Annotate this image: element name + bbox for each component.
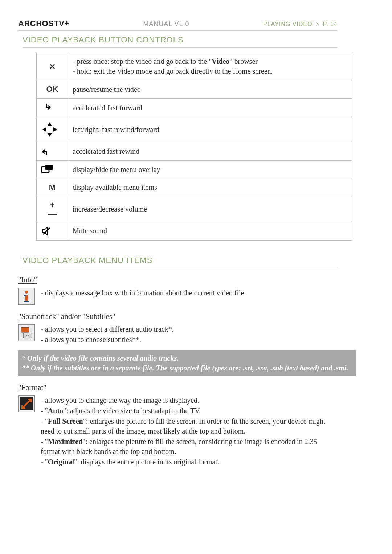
menu-item-soundtrack: ab - allows you to select a different au… [18, 324, 338, 345]
menu-item-format-text: - allows you to change the way the image… [41, 395, 338, 468]
footnote-line1: * Only if the video file contains severa… [22, 353, 352, 363]
format-icon [18, 395, 35, 412]
brand-name: ARCHOS [18, 19, 54, 28]
svg-marker-3 [53, 127, 57, 132]
control-description: - press once: stop the video and go back… [68, 53, 352, 80]
breadcrumb-page: P. 14 [323, 21, 338, 27]
format-auto-text: : adjusts the video size to best adapt t… [66, 407, 201, 415]
format-full: - "Full Screen": enlarges the picture to… [41, 416, 338, 436]
format-auto: - "Auto": adjusts the video size to best… [41, 406, 338, 416]
dpad-icon [37, 117, 68, 142]
format-orig-label: Original [48, 458, 74, 466]
volume-plus-minus-icon: +— [37, 197, 68, 222]
close-x-icon: ✕ [37, 53, 68, 80]
menu-item-format-title: "Format" [18, 382, 338, 393]
fast-rewind-accel-icon [37, 142, 68, 161]
format-full-text: : enlarges the picture to fill the scree… [41, 417, 325, 435]
control-description: left/right: fast rewind/forward [68, 117, 352, 142]
controls-table: ✕- press once: stop the video and go bac… [36, 53, 352, 240]
format-orig: - "Original": displays the entire pictur… [41, 457, 338, 467]
svg-rect-5 [45, 165, 53, 170]
table-row: accelerated fast rewind [37, 142, 352, 161]
format-line1: - allows you to change the way the image… [41, 395, 338, 405]
menu-item-info: - displays a message box with informatio… [18, 287, 338, 305]
brand-suffix: TV+ [54, 19, 69, 28]
soundtrack-line2: - allows you to choose subtitles**. [41, 335, 338, 345]
section-title-controls: VIDEO PLAYBACK BUTTON CONTROLS [23, 34, 338, 48]
svg-line-7 [43, 228, 50, 234]
control-description: display/hide the menu overlay [68, 161, 352, 178]
soundtrack-line1: - allows you to select a different audio… [41, 324, 338, 334]
breadcrumb-section: PLAYING VIDEO [263, 21, 312, 27]
breadcrumb: PLAYING VIDEO > P. 14 [263, 20, 338, 28]
ok-icon: OK [37, 80, 68, 99]
svg-rect-12 [21, 327, 29, 332]
format-orig-text: : displays the entire picture in its ori… [77, 458, 219, 466]
svg-point-8 [25, 291, 28, 294]
table-row: ✕- press once: stop the video and go bac… [37, 53, 352, 80]
svg-marker-2 [42, 127, 46, 132]
page-header: ARCHOSTV+ MANUAL V1.0 PLAYING VIDEO > P.… [18, 18, 338, 31]
table-row: +—increase/decrease volume [37, 197, 352, 222]
format-max: - "Maximized": enlarges the picture to f… [41, 437, 338, 456]
svg-marker-1 [48, 133, 52, 137]
format-max-text: : enlarges the picture to fill the scree… [41, 438, 317, 455]
menu-item-info-text: - displays a message box with informatio… [41, 287, 338, 299]
svg-marker-0 [48, 122, 52, 126]
control-description: accelerated fast forward [68, 99, 352, 117]
control-description: accelerated fast rewind [68, 142, 352, 161]
info-line1: - displays a message box with informatio… [41, 288, 338, 298]
table-row: accelerated fast forward [37, 99, 352, 117]
fast-forward-accel-icon [37, 99, 68, 117]
svg-rect-10 [24, 295, 26, 296]
menu-item-format: - allows you to change the way the image… [18, 395, 338, 468]
manual-version: MANUAL V1.0 [143, 20, 189, 28]
menu-item-soundtrack-title: "Soundtrack" and/or "Subtitles" [18, 311, 338, 321]
menu-item-info-title: "Info" [18, 275, 338, 285]
control-description: display available menu items [68, 178, 352, 197]
menu-m-icon: M [37, 178, 68, 197]
table-row: left/right: fast rewind/forward [37, 117, 352, 142]
table-row: display/hide the menu overlay [37, 161, 352, 178]
svg-text:ab: ab [26, 334, 29, 338]
format-auto-label: Auto [48, 407, 63, 415]
table-row: OKpause/resume the video [37, 80, 352, 99]
control-description: increase/decrease volume [68, 197, 352, 222]
menu-item-soundtrack-text: - allows you to select a different audio… [41, 324, 338, 345]
svg-rect-11 [24, 301, 29, 302]
control-description: pause/resume the video [68, 80, 352, 99]
control-description: Mute sound [68, 222, 352, 240]
format-max-label: Maximized [48, 438, 83, 446]
section-title-menu: VIDEO PLAYBACK MENU ITEMS [23, 255, 338, 268]
footnote-box: * Only if the video file contains severa… [18, 350, 356, 376]
overlay-toggle-icon [37, 161, 68, 178]
format-full-label: Full Screen [48, 417, 83, 425]
mute-icon [37, 222, 68, 240]
brand-block: ARCHOSTV+ [18, 18, 69, 29]
table-row: Mdisplay available menu items [37, 178, 352, 197]
footnote-line2: ** Only if the subtitles are in a separa… [22, 363, 352, 373]
chevron-right-icon: > [316, 21, 319, 27]
soundtrack-icon: ab [18, 324, 35, 341]
table-row: Mute sound [37, 222, 352, 240]
info-icon [18, 288, 35, 305]
